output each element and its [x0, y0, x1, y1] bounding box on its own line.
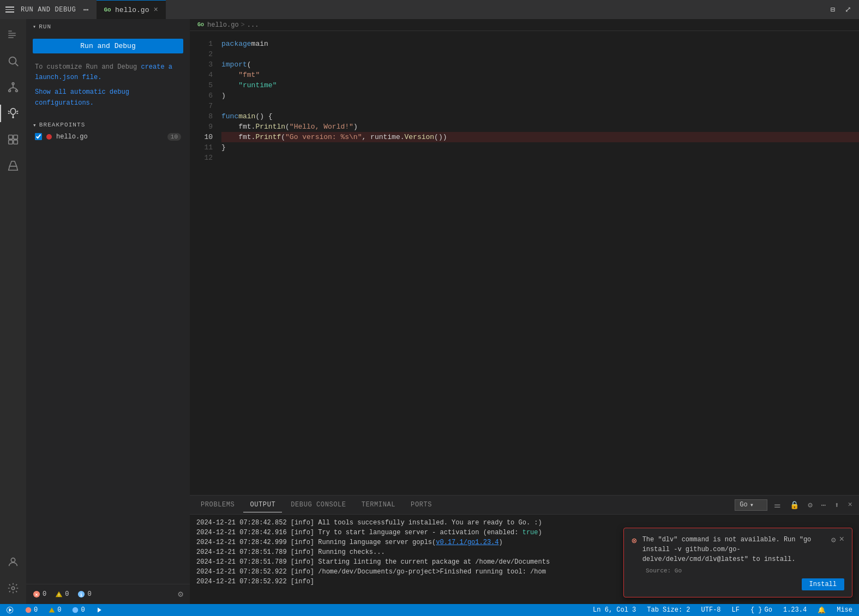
- activity-extensions[interactable]: [0, 126, 26, 153]
- notification-header: ⊗ The "dlv" command is not available. Ru…: [632, 535, 844, 564]
- install-button[interactable]: Install: [802, 578, 844, 590]
- tab-size-status[interactable]: Tab Size: 2: [645, 606, 692, 614]
- line-ending-status[interactable]: LF: [730, 606, 742, 614]
- code-content[interactable]: package main import ( "fmt" "runtime" ): [217, 31, 859, 495]
- breadcrumb: Go hello.go > ...: [190, 19, 859, 31]
- editor-tab-hello-go[interactable]: Go hello.go ×: [97, 0, 166, 19]
- log-line-1: 2024-12-21 07:28:42.852 [info] All tools…: [196, 518, 852, 528]
- code-line-3: import (: [221, 59, 859, 70]
- code-line-8: func main() {: [221, 111, 859, 122]
- svg-point-32: [73, 607, 79, 613]
- activity-search[interactable]: [0, 48, 26, 74]
- panel-tab-debug-console[interactable]: DEBUG CONSOLE: [284, 498, 352, 512]
- go-version-status[interactable]: 1.23.4: [781, 606, 809, 614]
- notification-source: Source: Go: [646, 567, 844, 574]
- code-line-2: [221, 49, 859, 59]
- mise-status[interactable]: Mise: [834, 606, 855, 614]
- code-line-10: fmt.Printf("Go version: %s\n", runtime.V…: [221, 132, 859, 142]
- breadcrumb-separator: >: [241, 21, 245, 29]
- encoding-status[interactable]: UTF-8: [699, 606, 723, 614]
- status-bar: 0 0 0 Ln 6, Col 3 Tab Size: 2 UTF-8 LF {…: [0, 604, 859, 616]
- output-source-select[interactable]: Go ▾: [735, 499, 767, 511]
- cursor-position-status[interactable]: Ln 6, Col 3: [591, 606, 638, 614]
- language-status[interactable]: { } Go: [748, 606, 774, 614]
- code-line-9: fmt.Println("Hello, World!"): [221, 122, 859, 132]
- warning-count-status[interactable]: 0: [46, 606, 63, 614]
- notification-action-row: ⚙ ×: [831, 535, 844, 545]
- bracket-icon: { }: [750, 606, 762, 614]
- panel-maximize-icon[interactable]: ⬆: [832, 499, 841, 511]
- breakpoint-line-number: 10: [167, 133, 181, 141]
- sidebar: ▾ RUN Run and Debug To customize Run and…: [26, 19, 190, 604]
- terminal-panel: PROBLEMS OUTPUT DEBUG CONSOLE TERMINAL P…: [190, 495, 859, 604]
- show-all-automatic-link[interactable]: Show all automatic debug configurations.: [26, 87, 190, 110]
- activity-explorer[interactable]: [0, 22, 26, 48]
- breakpoints-header[interactable]: ▾ BREAKPOINTS: [26, 119, 190, 131]
- panel-more-icon[interactable]: ⋯: [819, 499, 828, 511]
- layout-button[interactable]: ⊟: [828, 3, 837, 16]
- sidebar-warning-count[interactable]: ! 0: [55, 590, 69, 598]
- svg-point-6: [12, 83, 14, 85]
- debug-play-status[interactable]: [94, 607, 105, 613]
- svg-point-16: [14, 114, 19, 119]
- panel-filter-icon[interactable]: ⚌: [772, 499, 783, 511]
- breadcrumb-more[interactable]: ...: [247, 21, 259, 29]
- activity-debug[interactable]: [0, 100, 26, 126]
- svg-marker-29: [9, 608, 11, 612]
- notification-popup: ⊗ The "dlv" command is not available. Ru…: [623, 528, 852, 597]
- activity-git[interactable]: [0, 74, 26, 100]
- breakpoints-chevron-icon: ▾: [33, 122, 37, 129]
- panel-tab-ports[interactable]: PORTS: [404, 498, 438, 512]
- breakpoint-filename: hello.go: [56, 133, 88, 141]
- main-area: ▾ RUN Run and Debug To customize Run and…: [0, 19, 859, 604]
- notification-gear-icon[interactable]: ⚙: [831, 535, 836, 545]
- run-section-label: RUN: [39, 23, 51, 30]
- bell-icon-status[interactable]: 🔔: [815, 606, 828, 614]
- sidebar-error-count[interactable]: × 0: [33, 590, 46, 598]
- svg-point-8: [16, 90, 18, 92]
- run-chevron-icon: ▾: [33, 23, 37, 30]
- breakpoints-section: ▾ BREAKPOINTS hello.go 10: [26, 119, 190, 143]
- notification-close-button[interactable]: ×: [839, 535, 844, 545]
- svg-line-5: [15, 63, 18, 66]
- panel-tab-terminal[interactable]: TERMINAL: [355, 498, 402, 512]
- panel-lock-icon[interactable]: 🔒: [788, 499, 801, 511]
- panel-tab-output[interactable]: OUTPUT: [243, 498, 282, 512]
- svg-rect-2: [8, 35, 16, 36]
- debug-settings-icon[interactable]: ⚙: [178, 589, 183, 600]
- activity-settings[interactable]: [0, 575, 26, 601]
- run-and-debug-button[interactable]: Run and Debug: [33, 39, 183, 53]
- svg-rect-3: [8, 37, 14, 38]
- maximize-button[interactable]: ⤢: [843, 3, 854, 16]
- code-line-4: "fmt": [221, 70, 859, 80]
- sidebar-info-count[interactable]: i 0: [77, 590, 91, 598]
- svg-marker-33: [98, 608, 101, 613]
- code-line-11: }: [221, 142, 859, 153]
- tab-close-button[interactable]: ×: [152, 4, 159, 15]
- breadcrumb-filename[interactable]: hello.go: [207, 21, 239, 29]
- code-editor[interactable]: 1 2 3 4 5 6 7 8 9 10 11 12 package main …: [190, 31, 859, 495]
- svg-point-4: [9, 57, 16, 64]
- notification-error-icon: ⊗: [632, 535, 637, 546]
- activity-user[interactable]: [0, 549, 26, 575]
- panel-settings-icon[interactable]: ⚙: [806, 499, 814, 511]
- hamburger-menu-icon[interactable]: [5, 4, 16, 15]
- panel-more-button[interactable]: ⋯: [80, 3, 91, 16]
- breakpoints-label: BREAKPOINTS: [39, 122, 86, 128]
- svg-rect-0: [8, 31, 12, 32]
- sidebar-info-text: To customize Run and Debug create a laun…: [26, 58, 190, 87]
- activity-bar: [0, 19, 26, 604]
- info-count-status[interactable]: 0: [70, 606, 87, 614]
- breakpoint-checkbox[interactable]: [35, 133, 42, 140]
- run-section-header[interactable]: ▾ RUN: [26, 19, 190, 34]
- chevron-down-icon: ▾: [750, 501, 754, 509]
- panel-content: 2024-12-21 07:28:42.852 [info] All tools…: [190, 515, 859, 604]
- title-bar: Run and Debug ⋯ Go hello.go × ⊟ ⤢: [0, 0, 859, 19]
- breakpoint-item: hello.go 10: [26, 131, 190, 143]
- activity-test[interactable]: [0, 153, 26, 179]
- panel-close-icon[interactable]: ×: [846, 499, 855, 510]
- svg-text:!: !: [58, 593, 61, 597]
- error-count-status[interactable]: 0: [23, 606, 40, 614]
- remote-status[interactable]: [4, 606, 16, 614]
- panel-tab-problems[interactable]: PROBLEMS: [194, 498, 241, 512]
